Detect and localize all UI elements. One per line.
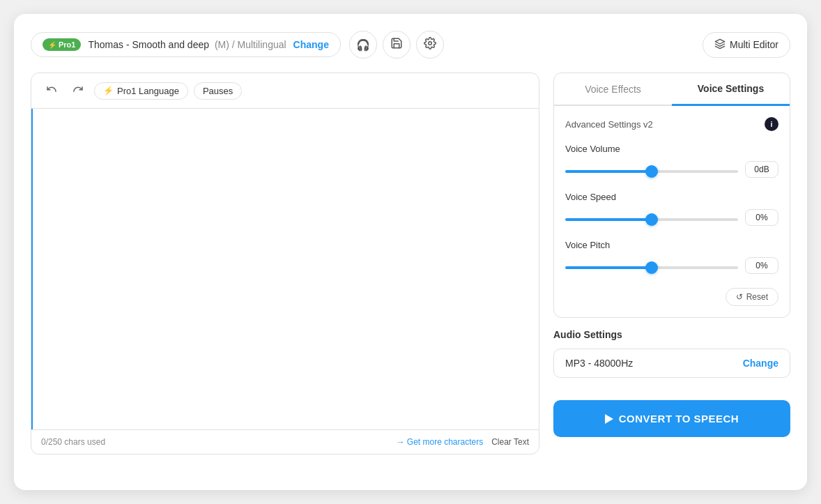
lightning-icon: ⚡ [103, 86, 114, 96]
tab-voice-settings[interactable]: Voice Settings [672, 73, 790, 106]
voice-speed-group: Voice Speed 0% [565, 192, 778, 226]
advanced-settings-label: Advanced Settings v2 [565, 119, 653, 130]
footer-right: Get more characters Clear Text [396, 437, 529, 447]
convert-label: CONVERT TO SPEECH [619, 413, 739, 425]
advanced-settings-row: Advanced Settings v2 i [565, 117, 778, 131]
audio-settings-section: Audio Settings MP3 - 48000Hz Change [553, 329, 790, 389]
speed-slider-row: 0% [565, 209, 778, 226]
header: Pro1 Thomas - Smooth and deep (M) / Mult… [31, 31, 790, 59]
audio-format-label: MP3 - 48000Hz [565, 358, 633, 369]
convert-to-speech-button[interactable]: CONVERT TO SPEECH [553, 400, 790, 437]
voice-speed-label: Voice Speed [565, 192, 778, 202]
layers-icon [714, 38, 726, 52]
voice-pitch-label: Voice Pitch [565, 240, 778, 250]
voice-pitch-group: Voice Pitch 0% [565, 240, 778, 274]
reset-button[interactable]: ↺ Reset [726, 288, 778, 306]
app-container: Pro1 Thomas - Smooth and deep (M) / Mult… [14, 14, 807, 490]
pitch-slider-row: 0% [565, 257, 778, 274]
audio-format-row: MP3 - 48000Hz Change [553, 349, 790, 378]
redo-icon [72, 84, 84, 98]
svg-point-0 [429, 42, 432, 45]
multi-editor-label: Multi Editor [730, 39, 778, 50]
settings-card: Voice Effects Voice Settings Advanced Se… [553, 72, 790, 318]
clear-text-button[interactable]: Clear Text [491, 437, 529, 447]
editor-toolbar: ⚡ Pro1 Language Pauses [31, 73, 539, 109]
right-panel: Voice Effects Voice Settings Advanced Se… [553, 72, 790, 455]
voice-volume-label: Voice Volume [565, 144, 778, 154]
play-icon [605, 414, 613, 424]
voice-volume-group: Voice Volume 0dB [565, 144, 778, 178]
headphones-icon: 🎧 [356, 38, 370, 52]
reset-row: ↺ Reset [565, 288, 778, 306]
audio-settings-title: Audio Settings [553, 329, 790, 340]
undo-button[interactable] [41, 80, 62, 101]
header-left: Pro1 Thomas - Smooth and deep (M) / Mult… [31, 31, 444, 59]
gear-icon [424, 37, 436, 52]
language-button[interactable]: ⚡ Pro1 Language [94, 82, 188, 100]
multi-editor-button[interactable]: Multi Editor [703, 32, 790, 58]
chars-used-label: 0/250 chars used [41, 437, 105, 447]
main-content: ⚡ Pro1 Language Pauses 0/250 chars used … [31, 72, 790, 455]
header-icons: 🎧 [349, 31, 444, 59]
speed-slider-wrapper [565, 211, 738, 224]
change-voice-button[interactable]: Change [293, 39, 329, 50]
save-icon [390, 37, 403, 52]
text-editor[interactable] [31, 109, 539, 429]
editor-footer: 0/250 chars used Get more characters Cle… [31, 429, 539, 454]
pitch-slider[interactable] [565, 266, 738, 269]
volume-slider-wrapper [565, 163, 738, 176]
pitch-value: 0% [745, 257, 778, 274]
pauses-button[interactable]: Pauses [194, 82, 242, 100]
voice-selector[interactable]: Pro1 Thomas - Smooth and deep (M) / Mult… [31, 32, 341, 57]
redo-button[interactable] [68, 80, 89, 101]
volume-value: 0dB [745, 161, 778, 178]
tab-voice-effects[interactable]: Voice Effects [554, 73, 672, 105]
tabs: Voice Effects Voice Settings [554, 73, 790, 106]
speed-slider[interactable] [565, 218, 738, 221]
reset-icon: ↺ [736, 292, 743, 302]
info-icon[interactable]: i [765, 117, 778, 131]
header-right: Multi Editor [703, 32, 790, 58]
settings-button[interactable] [416, 31, 444, 59]
audio-change-button[interactable]: Change [743, 358, 778, 369]
get-more-characters-link[interactable]: Get more characters [396, 437, 483, 447]
headphones-button[interactable]: 🎧 [349, 31, 377, 59]
language-label: Pro1 Language [117, 86, 179, 96]
speed-value: 0% [745, 209, 778, 226]
pitch-slider-wrapper [565, 259, 738, 272]
undo-icon [46, 84, 57, 98]
svg-marker-1 [715, 39, 724, 44]
volume-slider-row: 0dB [565, 161, 778, 178]
reset-label: Reset [746, 292, 768, 302]
volume-slider[interactable] [565, 170, 738, 173]
save-button[interactable] [383, 31, 410, 59]
settings-body: Advanced Settings v2 i Voice Volume 0dB [554, 106, 790, 317]
editor-panel: ⚡ Pro1 Language Pauses 0/250 chars used … [31, 72, 539, 455]
voice-name: Thomas - Smooth and deep (M) / Multiling… [88, 39, 286, 50]
pro-badge: Pro1 [43, 38, 81, 51]
